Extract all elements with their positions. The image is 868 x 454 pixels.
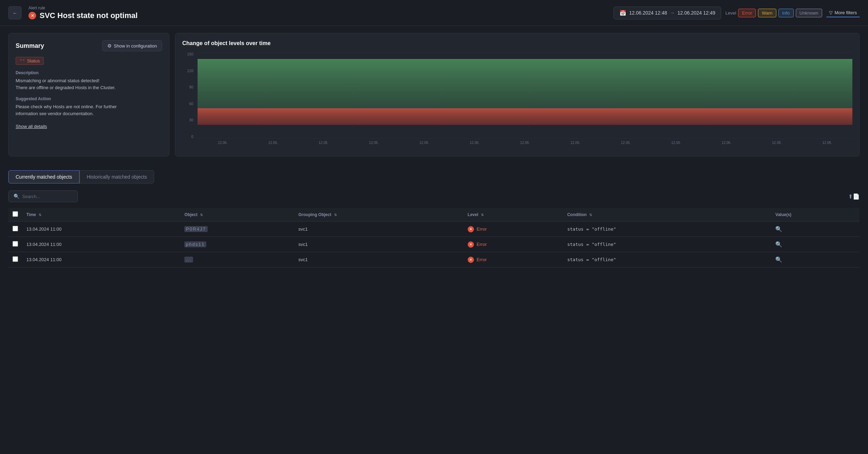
level-text-3: Error xyxy=(477,257,487,262)
search-input[interactable] xyxy=(22,194,73,199)
x-label-12: 12.06. xyxy=(752,141,802,145)
error-filter-pill[interactable]: Error xyxy=(738,9,756,17)
bottom-section: Currently matched objects Historically m… xyxy=(0,163,868,267)
gear-icon: ⚙ xyxy=(107,43,112,49)
col-level[interactable]: Level ⇅ xyxy=(464,208,563,222)
obfuscated-object-1: P0R4J7 xyxy=(184,226,207,232)
time-range-picker[interactable]: 📅 12.06.2024 12:48 → 12.06.2024 12:49 xyxy=(614,7,721,19)
row-grouping-1: svc1 xyxy=(294,222,464,237)
x-label-5: 12.06. xyxy=(399,141,449,145)
chevron-up-icon: ⌃⌃ xyxy=(19,59,25,63)
y-label-90: 90 xyxy=(189,85,193,89)
table-row: 13.04.2024 11:00 ... svc1 Error status =… xyxy=(8,252,860,267)
y-axis: 150 120 90 60 30 0 xyxy=(182,52,196,139)
description-text: Mismatching or abnormal status detected!… xyxy=(16,77,162,91)
show-in-configuration-button[interactable]: ⚙ Show in configuration xyxy=(102,40,162,51)
svg-rect-7 xyxy=(198,108,852,125)
row-level-1: Error xyxy=(464,222,563,237)
tabs-row: Currently matched objects Historically m… xyxy=(8,170,860,183)
summary-body: Description Mismatching or abnormal stat… xyxy=(16,70,162,129)
alert-rule-label: Alert rule xyxy=(28,6,137,10)
warn-filter-pill[interactable]: Warn xyxy=(758,9,776,17)
row-time-3: 13.04.2024 11:00 xyxy=(22,252,180,267)
x-axis: 12.06. 12.06. 12.06. 12.06. 12.06. 12.06… xyxy=(198,139,852,149)
sort-icon-object: ⇅ xyxy=(200,213,203,217)
time-arrow: → xyxy=(670,10,675,16)
top-header: ← Alert rule SVC Host state not optimal … xyxy=(0,0,868,26)
col-level-label: Level xyxy=(468,212,478,217)
summary-header: Summary ⚙ Show in configuration xyxy=(16,40,162,51)
y-label-150: 150 xyxy=(187,52,193,56)
search-box: 🔍 xyxy=(8,190,78,202)
alert-title-text: SVC Host state not optimal xyxy=(40,11,137,20)
summary-title: Summary xyxy=(16,42,44,50)
col-grouping-object[interactable]: Grouping Object ⇅ xyxy=(294,208,464,222)
row-condition-3: status = "offline" xyxy=(563,252,771,267)
row-values-3: 🔍 xyxy=(771,252,860,267)
col-object-label: Object xyxy=(184,212,197,217)
row-grouping-3: svc1 xyxy=(294,252,464,267)
level-text-1: Error xyxy=(477,226,487,232)
condition-text-2: status = "offline" xyxy=(567,242,616,247)
x-label-8: 12.06. xyxy=(550,141,601,145)
table-row: 13.04.2024 11:00 P0R4J7 svc1 Error statu… xyxy=(8,222,860,237)
data-table: Time ⇅ Object ⇅ Grouping Object ⇅ Level … xyxy=(8,208,860,267)
row-checkbox-1[interactable] xyxy=(12,226,18,231)
suggested-text: Please check why Hosts are not online. F… xyxy=(16,103,162,117)
zoom-in-icon-1[interactable]: 🔍 xyxy=(775,226,782,232)
col-values-label: Value(s) xyxy=(775,212,791,217)
export-button[interactable]: ⬆📄 xyxy=(848,193,860,200)
col-object[interactable]: Object ⇅ xyxy=(180,208,294,222)
row-values-2: 🔍 xyxy=(771,237,860,252)
x-label-6: 12.06. xyxy=(449,141,500,145)
y-label-30: 30 xyxy=(189,118,193,122)
row-time-2: 13.04.2024 11:00 xyxy=(22,237,180,252)
tab-currently-matched[interactable]: Currently matched objects xyxy=(8,170,80,183)
status-badge: ⌃⌃ Status xyxy=(16,57,44,65)
show-all-details-link[interactable]: Show all details xyxy=(16,124,47,129)
chart-svg xyxy=(198,52,852,139)
error-dot-1 xyxy=(468,226,474,232)
header-right: 📅 12.06.2024 12:48 → 12.06.2024 12:49 Le… xyxy=(614,7,860,19)
row-object-1: P0R4J7 xyxy=(180,222,294,237)
col-time[interactable]: Time ⇅ xyxy=(22,208,180,222)
row-checkbox-3[interactable] xyxy=(12,256,18,262)
row-object-2: phds11 xyxy=(180,237,294,252)
x-label-9: 12.06. xyxy=(601,141,651,145)
info-filter-pill[interactable]: Info xyxy=(778,9,794,17)
x-label-1: 12.06. xyxy=(198,141,248,145)
x-label-10: 12.06. xyxy=(651,141,701,145)
search-row: 🔍 ⬆📄 xyxy=(8,190,860,202)
row-values-1: 🔍 xyxy=(771,222,860,237)
unknown-filter-pill[interactable]: Unknown xyxy=(796,9,822,17)
select-all-checkbox[interactable] xyxy=(12,211,18,217)
x-label-4: 12.06. xyxy=(349,141,399,145)
more-filters-button[interactable]: ▽ More filters xyxy=(826,9,860,17)
tab-historically-matched[interactable]: Historically matched objects xyxy=(80,170,155,183)
zoom-in-icon-2[interactable]: 🔍 xyxy=(775,241,782,247)
more-filters-label: More filters xyxy=(835,10,857,15)
main-content: Summary ⚙ Show in configuration ⌃⌃ Statu… xyxy=(0,26,868,163)
alert-rule-info: Alert rule SVC Host state not optimal xyxy=(28,6,137,20)
export-icon: ⬆📄 xyxy=(848,194,860,199)
col-condition-label: Condition xyxy=(567,212,587,217)
description-label: Description xyxy=(16,70,162,75)
row-checkbox-cell-1 xyxy=(8,222,22,237)
error-dot-2 xyxy=(468,241,474,248)
y-label-60: 60 xyxy=(189,102,193,106)
level-label: Level xyxy=(725,10,736,16)
row-checkbox-cell-3 xyxy=(8,252,22,267)
col-grouping-label: Grouping Object xyxy=(299,212,332,217)
table-body: 13.04.2024 11:00 P0R4J7 svc1 Error statu… xyxy=(8,222,860,267)
row-checkbox-2[interactable] xyxy=(12,241,18,247)
status-label: Status xyxy=(27,58,40,63)
condition-text-3: status = "offline" xyxy=(567,257,616,262)
obfuscated-object-3: ... xyxy=(184,257,193,263)
col-condition[interactable]: Condition ⇅ xyxy=(563,208,771,222)
y-label-0: 0 xyxy=(191,135,193,139)
row-checkbox-cell-2 xyxy=(8,237,22,252)
zoom-in-icon-3[interactable]: 🔍 xyxy=(775,257,782,263)
chart-area: 150 120 90 60 30 0 xyxy=(182,52,852,149)
row-condition-2: status = "offline" xyxy=(563,237,771,252)
back-button[interactable]: ← xyxy=(8,6,22,19)
